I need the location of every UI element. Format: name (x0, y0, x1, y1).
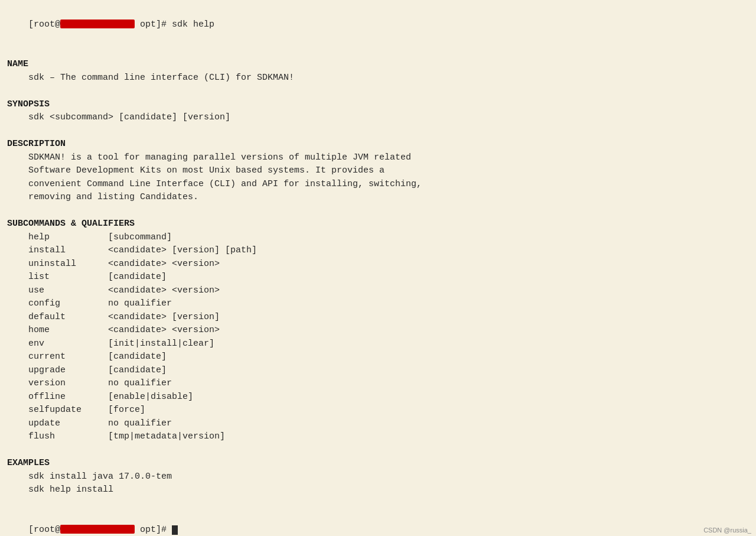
top-prompt-line: [root@ opt]# sdk help (7, 5, 749, 45)
name-content: sdk – The command line interface (CLI) f… (7, 72, 749, 85)
bottom-prompt-line: [root@ opt]# (7, 510, 749, 536)
subcommand-item: default <candidate> [version] (7, 311, 749, 324)
subcommand-item: selfupdate [force] (7, 404, 749, 417)
description-header: DESCRIPTION (7, 138, 749, 151)
subcommand-item: uninstall <candidate> <version> (7, 258, 749, 271)
example-line: sdk help install (7, 483, 749, 497)
synopsis-content: sdk <subcommand> [candidate] [version] (7, 111, 749, 125)
examples-content: sdk install java 17.0.0-tem sdk help ins… (7, 470, 749, 497)
subcommand-item: version no qualifier (7, 377, 749, 391)
bottom-prompt-prefix: [root@ (28, 525, 60, 535)
subcommand-item: config no qualifier (7, 297, 749, 311)
subcommand-item: env [init|install|clear] (7, 337, 749, 351)
subcommands-list: help [subcommand] install <candidate> [v… (7, 231, 749, 444)
prompt-command: opt]# sdk help (135, 20, 214, 30)
terminal-window: [root@ opt]# sdk help NAME sdk – The com… (7, 5, 749, 536)
examples-header: EXAMPLES (7, 457, 749, 470)
example-line: sdk install java 17.0.0-tem (7, 470, 749, 484)
name-section: NAME sdk – The command line interface (C… (7, 58, 749, 85)
terminal-cursor (172, 525, 178, 535)
subcommand-item: offline [enable|disable] (7, 391, 749, 404)
subcommand-item: current [candidate] (7, 350, 749, 364)
subcommand-item: update no qualifier (7, 417, 749, 431)
bottom-hostname-redacted (60, 525, 135, 534)
subcommand-item: home <candidate> <version> (7, 324, 749, 337)
hostname-redacted (60, 20, 135, 28)
description-line: convenient Command Line Interface (CLI) … (7, 178, 749, 191)
examples-section: EXAMPLES sdk install java 17.0.0-tem sdk… (7, 457, 749, 497)
synopsis-header: SYNOPSIS (7, 98, 749, 112)
name-header: NAME (7, 58, 749, 72)
subcommand-item: use <candidate> <version> (7, 284, 749, 298)
description-section: DESCRIPTION SDKMAN! is a tool for managi… (7, 138, 749, 204)
subcommand-item: install <candidate> [version] [path] (7, 244, 749, 258)
watermark: CSDN @russia_ (703, 527, 751, 534)
subcommand-item: flush [tmp|metadata|version] (7, 430, 749, 444)
description-line: SDKMAN! is a tool for managing parallel … (7, 151, 749, 165)
description-line: Software Development Kits on most Unix b… (7, 164, 749, 178)
subcommands-section: SUBCOMMANDS & QUALIFIERS help [subcomman… (7, 217, 749, 444)
subcommand-item: help [subcommand] (7, 231, 749, 245)
subcommands-header: SUBCOMMANDS & QUALIFIERS (7, 217, 749, 231)
synopsis-section: SYNOPSIS sdk <subcommand> [candidate] [v… (7, 98, 749, 125)
bottom-prompt-suffix: opt]# (135, 525, 172, 535)
description-content: SDKMAN! is a tool for managing parallel … (7, 151, 749, 204)
description-line: removing and listing Candidates. (7, 191, 749, 204)
subcommand-item: upgrade [candidate] (7, 364, 749, 378)
prompt-prefix: [root@ (28, 20, 60, 30)
subcommand-item: list [candidate] (7, 271, 749, 284)
